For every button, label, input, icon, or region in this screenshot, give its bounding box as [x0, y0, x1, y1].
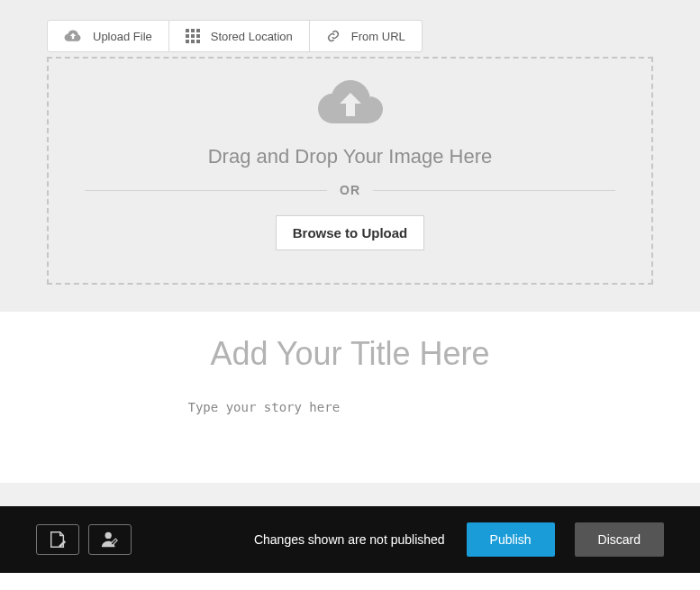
- person-pencil-icon: [100, 531, 120, 549]
- svg-rect-1: [191, 29, 195, 32]
- svg-rect-8: [196, 40, 200, 43]
- tab-label: Stored Location: [211, 30, 293, 43]
- publish-button[interactable]: Publish: [467, 522, 555, 557]
- edit-author-button[interactable]: [88, 524, 132, 555]
- svg-rect-2: [196, 29, 200, 32]
- publish-status-text: Changes shown are not published: [254, 532, 445, 547]
- cloud-upload-icon: [64, 29, 82, 43]
- tab-label: Upload File: [93, 30, 152, 43]
- footer-bar: Changes shown are not published Publish …: [0, 506, 700, 573]
- svg-rect-7: [191, 40, 195, 43]
- or-label: OR: [340, 183, 360, 197]
- grid-icon: [186, 29, 200, 43]
- cloud-upload-large-icon: [318, 80, 383, 129]
- link-icon: [326, 29, 341, 43]
- tab-stored-location[interactable]: Stored Location: [169, 20, 310, 52]
- dropzone-text: Drag and Drop Your Image Here: [208, 145, 493, 168]
- svg-rect-3: [186, 34, 189, 38]
- page-pencil-icon: [48, 531, 68, 549]
- edit-page-button[interactable]: [36, 524, 79, 555]
- svg-rect-6: [186, 40, 189, 43]
- upload-section: Upload File Stored Location From URL Dra…: [0, 0, 700, 312]
- discard-button[interactable]: Discard: [575, 522, 664, 557]
- svg-rect-0: [186, 29, 189, 32]
- tab-upload-file[interactable]: Upload File: [47, 20, 169, 52]
- dropzone[interactable]: Drag and Drop Your Image Here OR Browse …: [47, 57, 653, 285]
- svg-rect-5: [196, 34, 200, 38]
- editor-section: [0, 312, 700, 483]
- upload-tabs: Upload File Stored Location From URL: [47, 20, 653, 52]
- svg-rect-4: [191, 34, 195, 38]
- or-divider: OR: [85, 183, 615, 197]
- title-input[interactable]: [47, 335, 653, 373]
- spacer: [0, 483, 700, 506]
- story-input[interactable]: [188, 400, 513, 429]
- tab-label: From URL: [351, 30, 405, 43]
- browse-upload-button[interactable]: Browse to Upload: [276, 215, 425, 250]
- tab-from-url[interactable]: From URL: [310, 20, 423, 52]
- svg-point-9: [105, 532, 112, 539]
